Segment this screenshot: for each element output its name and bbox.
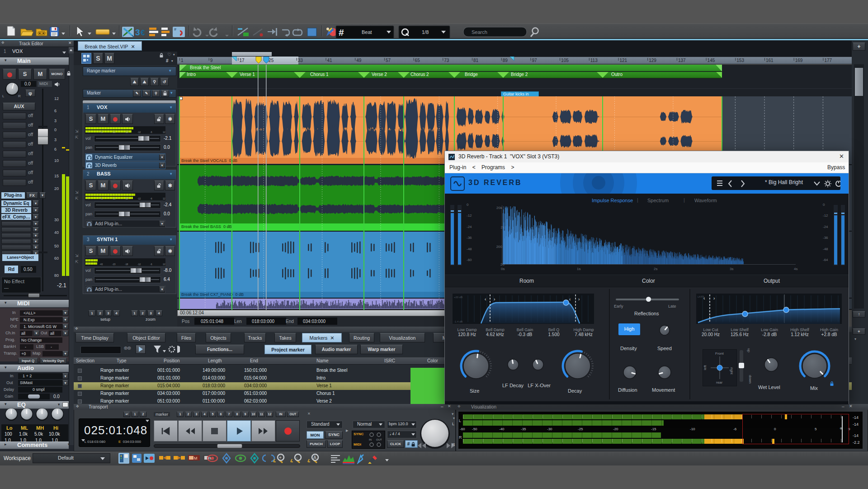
svg-text:161: 161: [766, 58, 774, 63]
svg-text:Search: Search: [472, 29, 487, 35]
svg-text:A: A: [313, 455, 316, 460]
svg-text:OUT: OUT: [376, 438, 382, 441]
svg-text:81: 81: [473, 58, 479, 63]
svg-text:137: 137: [678, 58, 686, 63]
svg-text:‹: ‹: [485, 297, 486, 302]
svg-text:1: 1: [181, 58, 184, 63]
svg-text:1/8: 1/8: [422, 29, 429, 35]
svg-text:left: left: [703, 365, 707, 370]
svg-text:177: 177: [824, 58, 832, 63]
svg-text:89: 89: [503, 58, 508, 63]
svg-text:Beat: Beat: [362, 29, 372, 35]
svg-text:‹: ‹: [569, 297, 571, 302]
svg-text:›: ›: [713, 296, 715, 301]
svg-text:-: -: [296, 455, 297, 460]
svg-text:169: 169: [795, 58, 803, 63]
svg-text:›: ›: [578, 297, 580, 302]
svg-text:57: 57: [386, 58, 391, 63]
svg-text:›: ›: [494, 297, 495, 302]
svg-text:97: 97: [532, 58, 537, 63]
svg-text:9: 9: [210, 58, 213, 63]
svg-text:€: €: [141, 28, 145, 37]
svg-text:153: 153: [736, 58, 744, 63]
svg-text:M: M: [194, 456, 198, 461]
svg-text:25: 25: [269, 58, 274, 63]
svg-text:IN: IN: [369, 438, 372, 441]
svg-text:113: 113: [590, 58, 598, 63]
svg-text:right: right: [730, 367, 734, 375]
svg-text:129: 129: [649, 58, 656, 63]
svg-text:145: 145: [708, 58, 715, 63]
svg-text:73: 73: [444, 58, 449, 63]
svg-text:#: #: [339, 27, 344, 38]
svg-text:17: 17: [239, 58, 245, 63]
svg-text:rear: rear: [716, 380, 723, 385]
svg-text:+20 dB: +20 dB: [454, 296, 462, 299]
svg-text:49: 49: [356, 58, 362, 63]
svg-text:#: #: [174, 27, 176, 32]
svg-text:33: 33: [298, 58, 303, 63]
svg-text:3: 3: [135, 28, 140, 37]
svg-text:+: +: [279, 455, 282, 460]
svg-text:41: 41: [327, 58, 333, 63]
svg-text:65: 65: [415, 58, 420, 63]
svg-text:105: 105: [561, 58, 569, 63]
svg-text:LKFS: LKFS: [698, 295, 704, 298]
svg-text:Front: Front: [715, 351, 724, 356]
svg-text:121: 121: [620, 58, 627, 63]
